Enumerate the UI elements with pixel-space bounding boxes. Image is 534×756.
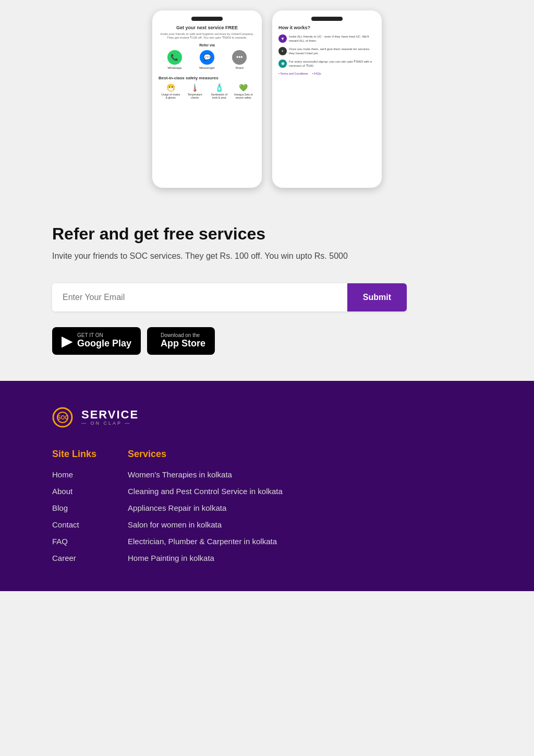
footer-logo-sub: — ON CLAP — bbox=[81, 421, 139, 426]
phone-mockups-section: Get your next service FREE Invite your f… bbox=[0, 0, 534, 203]
list-item: Salon for women in kolkata bbox=[128, 520, 283, 530]
refer-heading: Refer and get free services bbox=[52, 224, 482, 244]
whatsapp-item: 📞 Whatsapp bbox=[167, 50, 182, 69]
safety-sanitise: 🧴 Sanitisation of tools & area bbox=[209, 83, 229, 99]
email-input[interactable] bbox=[52, 283, 347, 311]
google-play-top-text: GET IT ON bbox=[77, 333, 131, 338]
step3-text: For every successful signup, you can win… bbox=[289, 59, 375, 68]
step-2: ▪ Once you invite them, we'll give them … bbox=[278, 47, 375, 56]
masks-label: Usage of masks & gloves bbox=[160, 93, 181, 99]
list-item: Career bbox=[52, 554, 96, 563]
app-buttons-row: ▶ GET IT ON Google Play Download on the … bbox=[52, 327, 482, 355]
phone-notch-right bbox=[311, 17, 343, 21]
list-item: Home bbox=[52, 470, 96, 479]
list-item: Cleaning and Pest Control Service in kol… bbox=[128, 487, 283, 496]
blog-link[interactable]: Blog bbox=[52, 503, 68, 512]
sanitise-label: Sanitisation of tools & area bbox=[209, 93, 229, 99]
safety-icons-row: 😷 Usage of masks & gloves 🌡️ Temperature… bbox=[159, 83, 256, 99]
career-link[interactable]: Career bbox=[52, 554, 76, 562]
faq-link[interactable]: FAQ bbox=[52, 537, 68, 546]
refer-description: Invite your friends to SOC services. The… bbox=[52, 250, 365, 262]
faqs-link: • FAQs bbox=[312, 72, 321, 75]
footer-columns: Site Links Home About Blog Contact FAQ C… bbox=[52, 449, 482, 570]
messenger-label: Messenger bbox=[199, 66, 215, 69]
list-item: Appliances Repair in kolkata bbox=[128, 503, 283, 513]
list-item: Blog bbox=[52, 503, 96, 513]
app-store-top-text: Download on the bbox=[161, 333, 205, 338]
step-3: ◉ For every successful signup, you can w… bbox=[278, 59, 375, 68]
about-link[interactable]: About bbox=[52, 487, 72, 496]
list-item: About bbox=[52, 487, 96, 496]
app-store-button[interactable]: Download on the App Store bbox=[147, 327, 215, 355]
appliances-repair-link[interactable]: Appliances Repair in kolkata bbox=[128, 503, 226, 512]
svg-text:SOC: SOC bbox=[57, 415, 69, 421]
share-icon: ••• bbox=[232, 50, 247, 65]
email-form: Submit bbox=[52, 283, 407, 311]
step1-text: Invite ALL friends to UC - even if they … bbox=[289, 34, 375, 43]
submit-button[interactable]: Submit bbox=[347, 283, 407, 311]
footer-logo-text: SERVICE — ON CLAP — bbox=[81, 409, 139, 426]
temp-icon: 🌡️ bbox=[190, 83, 199, 92]
services-list: Women's Therapies in kolkata Cleaning an… bbox=[128, 470, 283, 563]
share-item: ••• Share bbox=[232, 50, 247, 69]
messenger-icon: 💬 bbox=[200, 50, 214, 65]
safety-aarogya: 💚 Aarogya Setu to ensure safety bbox=[233, 83, 254, 99]
home-painting-link[interactable]: Home Painting in kolkata bbox=[128, 554, 214, 562]
masks-icon: 😷 bbox=[166, 83, 175, 92]
step1-icon: ▼ bbox=[278, 34, 287, 43]
womens-therapies-link[interactable]: Women's Therapies in kolkata bbox=[128, 470, 232, 479]
whatsapp-icon: 📞 bbox=[167, 50, 182, 65]
footer: SOC SERVICE — ON CLAP — Site Links Home … bbox=[0, 381, 534, 591]
phone-left-subtitle: Invite your friends to safe and hygienic… bbox=[159, 32, 256, 39]
app-store-text-wrap: Download on the App Store bbox=[161, 333, 205, 350]
footer-logo-service: SERVICE bbox=[81, 409, 139, 421]
list-item: FAQ bbox=[52, 537, 96, 546]
safety-title: Best-in-class safety measures bbox=[159, 76, 256, 80]
messenger-item: 💬 Messenger bbox=[199, 50, 215, 69]
refer-section: Refer and get free services Invite your … bbox=[0, 203, 534, 381]
whatsapp-label: Whatsapp bbox=[167, 66, 181, 69]
safety-masks: 😷 Usage of masks & gloves bbox=[160, 83, 181, 99]
refer-icons-row: 📞 Whatsapp 💬 Messenger ••• Share bbox=[159, 50, 256, 69]
step-1: ▼ Invite ALL friends to UC - even if the… bbox=[278, 34, 375, 43]
soc-logo-icon: SOC bbox=[52, 407, 77, 428]
phone-left-title: Get your next service FREE bbox=[159, 25, 256, 30]
phone-mockup-right: How it works? ▼ Invite ALL friends to UC… bbox=[272, 10, 382, 188]
services-heading: Services bbox=[128, 449, 283, 460]
contact-link[interactable]: Contact bbox=[52, 520, 79, 529]
footer-services-col: Services Women's Therapies in kolkata Cl… bbox=[128, 449, 283, 570]
sanitise-icon: 🧴 bbox=[215, 83, 224, 92]
play-icon: ▶ bbox=[62, 332, 73, 350]
cleaning-pest-link[interactable]: Cleaning and Pest Control Service in kol… bbox=[128, 487, 283, 496]
phone-mockup-left: Get your next service FREE Invite your f… bbox=[152, 10, 262, 188]
footer-site-links-col: Site Links Home About Blog Contact FAQ C… bbox=[52, 449, 96, 570]
aarogya-label: Aarogya Setu to ensure safety bbox=[233, 93, 254, 99]
aarogya-icon: 💚 bbox=[239, 83, 248, 92]
terms-link: • Terms and Conditions bbox=[278, 72, 308, 75]
step3-icon: ◉ bbox=[278, 59, 287, 68]
share-label: Share bbox=[235, 66, 244, 69]
phone-notch bbox=[191, 17, 223, 21]
step2-text: Once you invite them, we'll give them re… bbox=[289, 47, 375, 56]
how-it-works-title: How it works? bbox=[278, 25, 375, 30]
phone-footer-links: • Terms and Conditions • FAQs bbox=[278, 72, 375, 75]
list-item: Electrician, Plumber & Carpenter in kolk… bbox=[128, 537, 283, 546]
step2-icon: ▪ bbox=[278, 47, 287, 55]
electrician-link[interactable]: Electrician, Plumber & Carpenter in kolk… bbox=[128, 537, 277, 546]
list-item: Contact bbox=[52, 520, 96, 530]
google-play-main-text: Google Play bbox=[77, 338, 131, 350]
safety-temp: 🌡️ Temperature checks bbox=[185, 83, 205, 99]
refer-via-label: Refer via bbox=[159, 43, 256, 47]
site-links-heading: Site Links bbox=[52, 449, 96, 460]
temp-label: Temperature checks bbox=[185, 93, 205, 99]
google-play-text-wrap: GET IT ON Google Play bbox=[77, 333, 131, 350]
list-item: Women's Therapies in kolkata bbox=[128, 470, 283, 479]
site-links-list: Home About Blog Contact FAQ Career bbox=[52, 470, 96, 563]
google-play-button[interactable]: ▶ GET IT ON Google Play bbox=[52, 327, 141, 355]
footer-logo: SOC SERVICE — ON CLAP — bbox=[52, 407, 482, 428]
home-link[interactable]: Home bbox=[52, 470, 73, 479]
app-store-main-text: App Store bbox=[161, 338, 205, 350]
salon-women-link[interactable]: Salon for women in kolkata bbox=[128, 520, 222, 529]
list-item: Home Painting in kolkata bbox=[128, 554, 283, 563]
